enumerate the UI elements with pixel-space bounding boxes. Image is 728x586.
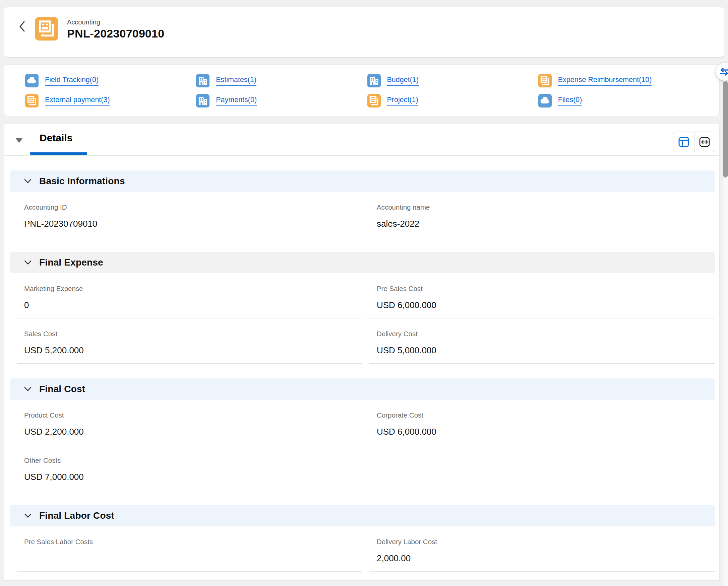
files-link[interactable]: Files(0) [558, 96, 582, 106]
field-value: sales-2022 [369, 219, 715, 229]
document-icon [538, 74, 552, 87]
swap-arrows-icon [719, 66, 728, 77]
field-label: Pre Sales Labor Costs [17, 538, 362, 546]
field-delivery-labor-cost: Delivery Labor Cost 2,000.00 [369, 526, 715, 571]
active-tab-indicator [30, 152, 87, 155]
building-icon [367, 74, 381, 87]
related-link-field-tracking: Field Tracking(0) [25, 74, 196, 87]
field-label: Other Costs [17, 456, 362, 464]
field-accounting-id: Accounting ID PNL-20230709010 [17, 192, 362, 237]
chevron-down-icon [24, 179, 32, 184]
related-link-expense-reimbursement: Expense Reimbursement(10) [538, 74, 709, 87]
field-label: Product Cost [17, 411, 362, 419]
budget-link[interactable]: Budget(1) [387, 76, 419, 86]
section-final-labor-cost: Final Labor Cost Pre Sales Labor Costs D… [10, 505, 715, 571]
collapse-caret-icon[interactable] [16, 138, 22, 143]
field-corporate-cost: Corporate Cost USD 6,000.000 [369, 400, 715, 445]
field-value: USD 6,000.000 [369, 427, 715, 437]
field-pre-sales-cost: Pre Sales Cost USD 6,000.000 [369, 273, 715, 318]
field-other-costs: Other Costs USD 7,000.000 [17, 445, 362, 490]
related-link-estimates: Estimates(1) [196, 74, 367, 87]
section-final-cost: Final Cost Product Cost USD 2,200.000 Co… [10, 378, 715, 490]
field-label: Accounting name [369, 203, 715, 211]
related-link-payments: Payments(0) [196, 94, 367, 107]
payments-link[interactable]: Payments(0) [216, 96, 257, 106]
details-card: Details [4, 123, 720, 581]
field-pre-sales-labor-costs: Pre Sales Labor Costs [17, 526, 362, 571]
field-product-cost: Product Cost USD 2,200.000 [17, 400, 362, 445]
estimates-link[interactable]: Estimates(1) [216, 76, 256, 86]
section-header-final-cost[interactable]: Final Cost [10, 378, 715, 400]
external-payment-link[interactable]: External payment(3) [45, 96, 110, 106]
field-marketing-expense: Marketing Expense 0 [17, 273, 362, 318]
section-title: Basic Informations [39, 176, 125, 187]
expense-reimbursement-link[interactable]: Expense Reimbursement(10) [558, 76, 652, 86]
field-value: USD 2,200.000 [17, 427, 362, 437]
building-icon [196, 74, 209, 87]
vertical-scrollbar-track[interactable] [723, 63, 728, 586]
details-tab-bar: Details [4, 124, 719, 156]
field-accounting-name: Accounting name sales-2022 [369, 192, 715, 237]
field-label: Sales Cost [17, 330, 362, 338]
chevron-down-icon [24, 260, 32, 265]
field-value [17, 553, 362, 563]
project-link[interactable]: Project(1) [387, 96, 418, 106]
chevron-down-icon [24, 513, 32, 518]
related-links-card: Field Tracking(0) Estimates(1) Budget(1)… [4, 64, 720, 116]
vertical-scrollbar-thumb[interactable] [723, 81, 728, 178]
section-header-final-labor-cost[interactable]: Final Labor Cost [10, 505, 715, 526]
building-icon [196, 94, 209, 107]
related-link-external-payment: External payment(3) [25, 94, 196, 107]
section-header-final-expense[interactable]: Final Expense [10, 252, 715, 273]
accounting-record-icon [35, 17, 58, 41]
field-label: Delivery Cost [369, 330, 715, 338]
section-title: Final Labor Cost [39, 510, 114, 521]
view-toggle-group [673, 132, 715, 152]
related-link-files: Files(0) [538, 94, 709, 107]
accounting-record-page: { "header": { "record_type": "Accounting… [0, 0, 728, 586]
field-value: 2,000.00 [369, 553, 715, 563]
related-link-budget: Budget(1) [367, 74, 538, 87]
layout-icon [677, 135, 691, 149]
field-empty-cell [369, 445, 715, 490]
section-final-expense: Final Expense Marketing Expense 0 Pre Sa… [10, 252, 715, 364]
document-icon [25, 94, 39, 107]
chevron-down-icon [24, 387, 32, 392]
field-value: 0 [17, 300, 362, 310]
field-label: Marketing Expense [17, 285, 362, 293]
section-title: Final Expense [39, 257, 103, 268]
field-value: USD 5,000.000 [369, 345, 715, 355]
record-header-card: Accounting PNL-20230709010 [4, 7, 724, 58]
field-label: Accounting ID [17, 203, 362, 211]
field-label: Pre Sales Cost [369, 285, 715, 293]
tab-details[interactable]: Details [40, 132, 72, 144]
section-title: Final Cost [39, 384, 85, 395]
field-delivery-cost: Delivery Cost USD 5,000.000 [369, 318, 715, 364]
toggle-width-button[interactable] [694, 132, 715, 152]
back-button[interactable] [16, 17, 29, 36]
document-icon [367, 94, 381, 107]
horizontal-arrows-icon [698, 135, 711, 149]
field-tracking-link[interactable]: Field Tracking(0) [45, 76, 99, 86]
page-title: PNL-20230709010 [67, 26, 164, 41]
field-value: USD 6,000.000 [369, 300, 715, 310]
record-type-label: Accounting [67, 18, 164, 26]
field-value: USD 7,000.000 [17, 472, 362, 482]
related-link-project: Project(1) [367, 94, 538, 107]
field-sales-cost: Sales Cost USD 5,200.000 [17, 318, 362, 364]
layout-view-button[interactable] [673, 132, 694, 152]
field-label: Corporate Cost [369, 411, 715, 419]
cloud-icon [538, 94, 552, 107]
field-value: PNL-20230709010 [17, 219, 362, 229]
section-header-basic-informations[interactable]: Basic Informations [10, 170, 715, 192]
chevron-left-icon [19, 21, 26, 32]
field-label: Delivery Labor Cost [369, 538, 715, 546]
field-value: USD 5,200.000 [17, 345, 362, 355]
section-basic-informations: Basic Informations Accounting ID PNL-202… [10, 170, 715, 237]
cloud-icon [25, 74, 39, 87]
